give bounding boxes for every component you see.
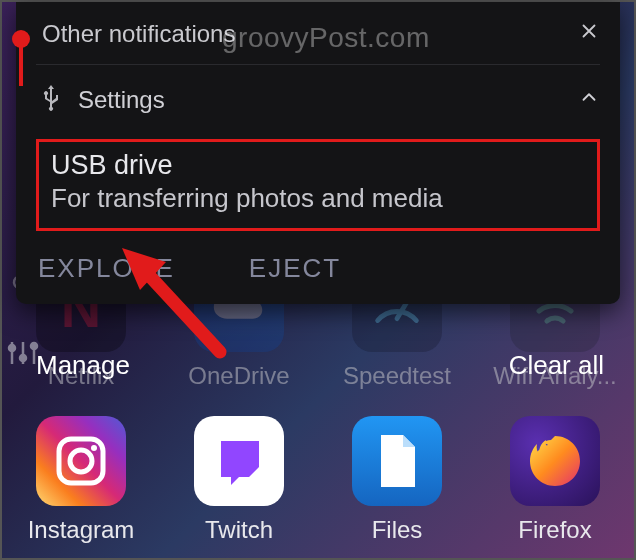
app-instagram[interactable]: Instagram [6, 416, 156, 544]
manage-button[interactable]: Manage [36, 350, 130, 381]
app-label: Firefox [518, 516, 591, 544]
app-files[interactable]: Files [322, 416, 472, 544]
app-twitch[interactable]: Twitch [164, 416, 314, 544]
instagram-icon [36, 416, 126, 506]
screenshot-root: groovyPost.com N Netflix OneDrive Speedt… [0, 0, 636, 560]
notification-subtitle: For transferring photos and media [51, 183, 585, 214]
annotation-bar [19, 42, 23, 86]
sliders-icon [6, 338, 40, 372]
clear-all-button[interactable]: Clear all [509, 350, 604, 381]
close-icon[interactable] [578, 20, 600, 48]
app-firefox[interactable]: Firefox [480, 416, 630, 544]
explore-button[interactable]: EXPLORE [38, 253, 175, 284]
app-label: Twitch [205, 516, 273, 544]
panel-header: Other notifications [36, 12, 600, 65]
notification-actions: EXPLORE EJECT [36, 253, 600, 284]
notification-body-highlight: USB drive For transferring photos and me… [36, 139, 600, 231]
chevron-up-icon[interactable] [578, 86, 600, 114]
eject-button[interactable]: EJECT [249, 253, 341, 284]
notification-panel: Other notifications Settings USB drive [16, 2, 620, 304]
files-icon [352, 416, 442, 506]
panel-title: Other notifications [42, 20, 235, 48]
svg-rect-9 [59, 439, 103, 483]
svg-point-4 [9, 345, 15, 351]
notification[interactable]: Settings USB drive For transferring phot… [36, 65, 600, 284]
app-label: Instagram [28, 516, 135, 544]
twitch-icon [194, 416, 284, 506]
app-label: Files [372, 516, 423, 544]
app-label: OneDrive [188, 362, 289, 390]
app-label: Speedtest [343, 362, 451, 390]
svg-point-5 [20, 355, 26, 361]
notification-header: Settings [36, 83, 600, 117]
app-row-foreground: Instagram Twitch Files Firefox [2, 416, 634, 544]
firefox-icon [510, 416, 600, 506]
notification-title: USB drive [51, 150, 585, 181]
usb-icon [42, 83, 60, 117]
svg-point-10 [70, 450, 92, 472]
notification-app-name: Settings [78, 86, 165, 114]
svg-point-11 [91, 445, 97, 451]
svg-point-6 [31, 343, 37, 349]
